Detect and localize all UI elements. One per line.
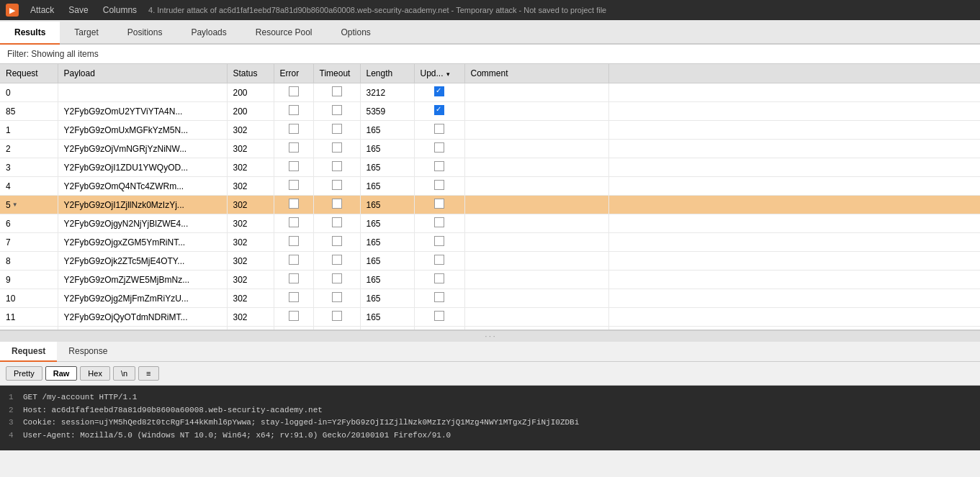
tab-resource-pool[interactable]: Resource Pool xyxy=(241,22,327,45)
table-row[interactable]: 3Y2FybG9zOjI1ZDU1YWQyOD...302165 xyxy=(0,158,980,177)
timeout-checkbox[interactable] xyxy=(332,86,342,96)
cell-comment xyxy=(464,102,608,121)
error-checkbox[interactable] xyxy=(289,142,299,153)
tab-positions[interactable]: Positions xyxy=(113,22,177,45)
tab-target[interactable]: Target xyxy=(60,22,112,45)
hex-button[interactable]: Hex xyxy=(80,366,110,381)
timeout-checkbox[interactable] xyxy=(332,255,342,265)
error-checkbox[interactable] xyxy=(289,86,299,96)
tab-results[interactable]: Results xyxy=(0,22,60,45)
code-text-3: Cookie: session=ujYM5hQed82t0tcRgF144kKm… xyxy=(23,417,579,430)
request-dropdown[interactable]: 5 ▼ xyxy=(6,200,18,210)
timeout-checkbox[interactable] xyxy=(332,161,342,171)
error-checkbox[interactable] xyxy=(289,236,299,246)
timeout-checkbox[interactable] xyxy=(332,180,342,190)
error-checkbox[interactable] xyxy=(289,199,299,209)
cell-status: 302 xyxy=(227,289,274,308)
timeout-checkbox[interactable] xyxy=(332,142,342,153)
table-row[interactable]: 11Y2FybG9zOjQyOTdmNDRiMT...302165 xyxy=(0,308,980,327)
error-checkbox[interactable] xyxy=(289,255,299,265)
table-row[interactable]: 02003212 xyxy=(0,83,980,102)
cell-timeout xyxy=(313,308,360,327)
resize-handle[interactable]: · · · xyxy=(0,330,980,342)
col-header-updated[interactable]: Upd... ▾ xyxy=(414,64,464,83)
timeout-checkbox[interactable] xyxy=(332,217,342,227)
updated-checkbox[interactable] xyxy=(434,236,444,246)
cell-updated xyxy=(414,252,464,271)
timeout-checkbox[interactable] xyxy=(332,236,342,246)
updated-checkbox[interactable] xyxy=(434,124,444,134)
updated-checkbox[interactable] xyxy=(434,292,444,302)
filter-bar[interactable]: Filter: Showing all items xyxy=(0,45,980,64)
timeout-checkbox[interactable] xyxy=(332,124,342,134)
error-checkbox[interactable] xyxy=(289,105,299,115)
updated-checkbox[interactable] xyxy=(434,255,444,265)
col-header-extra xyxy=(608,64,980,83)
tab-payloads[interactable]: Payloads xyxy=(176,22,240,45)
newline-button[interactable]: \n xyxy=(113,366,135,381)
timeout-checkbox[interactable] xyxy=(332,199,342,209)
updated-checkbox[interactable] xyxy=(434,180,444,190)
timeout-checkbox[interactable] xyxy=(332,292,342,302)
updated-checkbox[interactable] xyxy=(434,311,444,321)
table-row[interactable]: 1Y2FybG9zOmUxMGFkYzM5N...302165 xyxy=(0,121,980,140)
updated-checkbox[interactable] xyxy=(434,105,444,115)
attack-menu[interactable]: Attack xyxy=(27,4,57,17)
tab-response[interactable]: Response xyxy=(57,342,119,362)
cell-status: 302 xyxy=(227,308,274,327)
table-row[interactable]: 85Y2FybG9zOmU2YTViYTA4N...2005359 xyxy=(0,102,980,121)
cell-extra xyxy=(608,102,980,121)
table-row[interactable]: 9Y2FybG9zOmZjZWE5MjBmNz...302165 xyxy=(0,271,980,289)
cell-extra xyxy=(608,214,980,233)
cell-comment xyxy=(464,289,608,308)
table-row[interactable]: 5 ▼Y2FybG9zOjI1ZjllNzk0MzIzYj...302165 xyxy=(0,196,980,214)
error-checkbox[interactable] xyxy=(289,311,299,321)
error-checkbox[interactable] xyxy=(289,180,299,190)
save-menu[interactable]: Save xyxy=(66,4,91,17)
tab-request[interactable]: Request xyxy=(0,342,57,362)
error-checkbox[interactable] xyxy=(289,217,299,227)
timeout-checkbox[interactable] xyxy=(332,273,342,283)
error-checkbox[interactable] xyxy=(289,124,299,134)
col-header-payload[interactable]: Payload xyxy=(58,64,227,83)
menu-button[interactable]: ≡ xyxy=(138,366,158,381)
col-header-request[interactable]: Request xyxy=(0,64,58,83)
col-header-comment[interactable]: Comment xyxy=(464,64,608,83)
cell-status: 302 xyxy=(227,233,274,252)
updated-checkbox[interactable] xyxy=(434,217,444,227)
error-checkbox[interactable] xyxy=(289,273,299,283)
results-table: Request Payload Status Error Timeout Len… xyxy=(0,64,980,330)
col-header-timeout[interactable]: Timeout xyxy=(313,64,360,83)
cell-length: 165 xyxy=(360,196,414,214)
updated-checkbox[interactable] xyxy=(434,142,444,153)
tab-options[interactable]: Options xyxy=(327,22,385,45)
table-row[interactable]: 2Y2FybG9zOjVmNGRjYzNiNW...302165 xyxy=(0,140,980,158)
columns-menu[interactable]: Columns xyxy=(100,4,140,17)
error-checkbox[interactable] xyxy=(289,292,299,302)
burp-icon: ▶ xyxy=(6,4,19,17)
table-row[interactable]: 7Y2FybG9zOjgxZGM5YmRiNT...302165 xyxy=(0,233,980,252)
col-header-error[interactable]: Error xyxy=(274,64,313,83)
cell-timeout xyxy=(313,121,360,140)
updated-checkbox[interactable] xyxy=(434,161,444,171)
error-checkbox[interactable] xyxy=(289,161,299,171)
cell-payload: Y2FybG9zOmZjZWE5MjBmNz... xyxy=(58,271,227,289)
raw-button[interactable]: Raw xyxy=(45,366,78,381)
table-row[interactable]: 10Y2FybG9zOjg2MjFmZmRiYzU...302165 xyxy=(0,289,980,308)
col-header-length[interactable]: Length xyxy=(360,64,414,83)
cell-comment xyxy=(464,233,608,252)
table-row[interactable]: 6Y2FybG9zOjgyN2NjYjBlZWE4...302165 xyxy=(0,214,980,233)
cell-comment xyxy=(464,252,608,271)
updated-checkbox[interactable] xyxy=(434,86,444,96)
cell-length: 165 xyxy=(360,252,414,271)
timeout-checkbox[interactable] xyxy=(332,311,342,321)
col-header-status[interactable]: Status xyxy=(227,64,274,83)
updated-checkbox[interactable] xyxy=(434,273,444,283)
table-row[interactable]: 8Y2FybG9zOjk2ZTc5MjE4OTY...302165 xyxy=(0,252,980,271)
cell-updated xyxy=(414,83,464,102)
updated-checkbox[interactable] xyxy=(434,199,444,209)
timeout-checkbox[interactable] xyxy=(332,105,342,115)
pretty-button[interactable]: Pretty xyxy=(6,366,42,381)
table-row[interactable]: 4Y2FybG9zOmQ4NTc4ZWRm...302165 xyxy=(0,177,980,196)
cell-timeout xyxy=(313,233,360,252)
